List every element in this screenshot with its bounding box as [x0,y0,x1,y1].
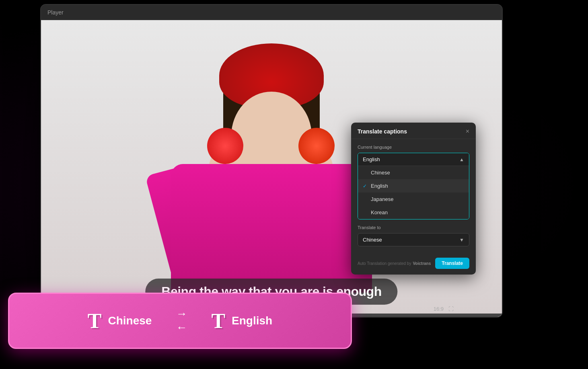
translate-to-label: Translate to [358,225,469,230]
option-korean[interactable]: Korean [358,206,469,219]
credit-text: Auto Translation generated by [358,261,411,266]
scene: Player Being the way that you are is eno [0,0,588,369]
source-language-label: Chinese [108,314,152,327]
source-t-icon: T [88,309,102,333]
titlebar: Player [41,5,502,20]
current-language-label: Current language [358,145,469,150]
close-button[interactable]: × [466,128,469,135]
footer-credit: Auto Translation generated by Voictrans [358,261,431,266]
translate-captions-modal: Translate captions × Current language En… [351,123,476,275]
translate-button[interactable]: Translate [435,258,469,269]
aspect-ratio-controls: 16:9 ⛶ [434,306,454,312]
option-japanese[interactable]: Japanese [358,193,469,206]
rose-right [298,128,335,164]
video-area: Being the way that you are is enough Tra… [41,20,502,317]
dropdown-options: Chinese English Japanese Korean [358,166,469,219]
arrow-left-icon: ← [176,322,187,333]
translate-to-section: Translate to Chinese ▼ [358,225,469,246]
source-language-group: T Chinese [88,309,152,333]
translate-to-select[interactable]: Chinese ▼ [358,233,469,246]
phone-device: T Chinese → ← T English [8,293,352,349]
modal-header: Translate captions × [351,123,476,139]
target-t-icon: T [211,309,225,333]
body [171,164,372,293]
select-current-value: English [363,156,380,162]
laptop-device: Player Being the way that you are is eno [40,4,503,318]
chevron-down-icon: ▼ [459,237,464,243]
target-language-group: T English [211,309,272,333]
modal-body: Current language English ▲ Chinese [351,139,476,252]
swap-arrows[interactable]: → ← [176,308,187,333]
chevron-up-icon: ▲ [459,157,464,162]
translate-to-value: Chinese [363,237,382,243]
voictrans-logo: Voictrans [413,261,431,266]
rose-left [207,128,243,164]
option-english[interactable]: English [358,179,469,193]
modal-footer: Auto Translation generated by Voictrans … [351,254,476,275]
select-header[interactable]: English ▲ [358,153,469,166]
arrow-right-icon: → [176,308,187,320]
modal-title: Translate captions [358,128,407,135]
target-language-label: English [232,314,272,327]
fullscreen-icon[interactable]: ⛶ [448,306,454,312]
option-chinese[interactable]: Chinese [358,166,469,179]
current-language-select[interactable]: English ▲ Chinese English Japanese [358,153,469,219]
player-title: Player [47,9,64,16]
aspect-ratio-label[interactable]: 16:9 [434,306,444,312]
